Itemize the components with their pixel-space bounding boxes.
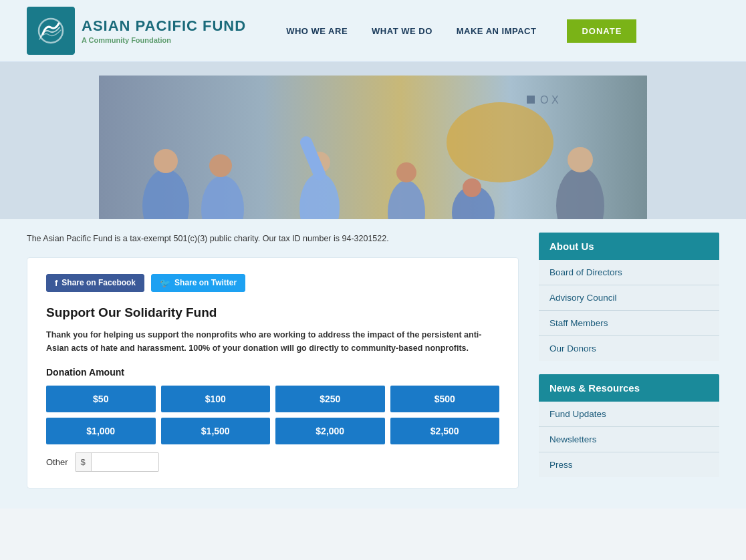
sidebar-item-press[interactable]: Press (539, 452, 719, 477)
donation-amount-label: Donation Amount (46, 367, 499, 378)
svg-point-9 (209, 154, 232, 177)
logo-title: ASIAN PACIFIC FUND (82, 17, 246, 34)
left-content: The Asian Pacific Fund is a tax-exempt 5… (27, 233, 519, 488)
amount-500[interactable]: $500 (390, 386, 500, 412)
share-twitter-label: Share on Twitter (174, 278, 237, 287)
donation-card: f Share on Facebook 🐦 Share on Twitter S… (27, 257, 519, 488)
svg-point-14 (396, 162, 416, 182)
logo[interactable]: ASIAN PACIFIC FUND A Community Foundatio… (27, 7, 246, 55)
hero-container: O X (0, 62, 746, 219)
fund-description: Thank you for helping us support the non… (46, 328, 499, 355)
share-facebook-button[interactable]: f Share on Facebook (46, 274, 144, 292)
amount-1000[interactable]: $1,000 (46, 418, 156, 444)
amount-250[interactable]: $250 (275, 386, 385, 412)
main-nav: WHO WE ARE WHAT WE DO MAKE AN IMPACT DON… (286, 19, 636, 43)
main-container: The Asian Pacific Fund is a tax-exempt 5… (0, 219, 746, 509)
social-buttons: f Share on Facebook 🐦 Share on Twitter (46, 274, 499, 292)
svg-point-7 (154, 149, 178, 173)
nav-what-we-do[interactable]: WHAT WE DO (372, 26, 432, 36)
sidebar-item-newsletters[interactable]: Newsletters (539, 427, 719, 452)
sidebar-item-fund-updates[interactable]: Fund Updates (539, 402, 719, 427)
other-amount-row: Other $ (46, 452, 499, 472)
other-label: Other (46, 457, 68, 467)
about-us-section: About Us Board of Directors Advisory Cou… (539, 233, 719, 361)
svg-point-18 (568, 147, 593, 172)
svg-rect-19 (527, 96, 535, 104)
amount-2000[interactable]: $2,000 (275, 418, 385, 444)
facebook-icon: f (55, 278, 57, 288)
share-facebook-label: Share on Facebook (61, 278, 136, 287)
donate-button[interactable]: DONATE (567, 19, 636, 43)
twitter-icon: 🐦 (160, 278, 170, 288)
site-header: ASIAN PACIFIC FUND A Community Foundatio… (0, 0, 746, 62)
share-twitter-button[interactable]: 🐦 Share on Twitter (151, 274, 245, 292)
nav-who-we-are[interactable]: WHO WE ARE (286, 26, 348, 36)
about-us-header: About Us (539, 233, 719, 260)
amount-1500[interactable]: $1,500 (161, 418, 271, 444)
fund-title: Support Our Solidarity Fund (46, 305, 499, 320)
amount-2500[interactable]: $2,500 (390, 418, 500, 444)
tax-info: The Asian Pacific Fund is a tax-exempt 5… (27, 233, 519, 245)
svg-point-4 (447, 102, 553, 182)
amount-100[interactable]: $100 (161, 386, 271, 412)
dollar-sign-icon: $ (76, 453, 92, 471)
amount-grid: $50 $100 $250 $500 $1,000 $1,500 $2,000 … (46, 386, 499, 444)
hero-image: O X (99, 76, 647, 219)
sidebar-item-board-of-directors[interactable]: Board of Directors (539, 260, 719, 285)
sidebar-item-our-donors[interactable]: Our Donors (539, 336, 719, 361)
sidebar-item-staff-members[interactable]: Staff Members (539, 311, 719, 336)
sidebar-item-advisory-council[interactable]: Advisory Council (539, 285, 719, 311)
logo-icon (27, 7, 75, 55)
other-input-wrapper: $ (75, 452, 159, 472)
other-amount-input[interactable] (92, 453, 158, 471)
svg-point-16 (463, 178, 481, 197)
right-sidebar: About Us Board of Directors Advisory Cou… (539, 233, 719, 488)
news-resources-header: News & Resources (539, 374, 719, 402)
svg-text:O X: O X (540, 94, 559, 106)
nav-make-an-impact[interactable]: MAKE AN IMPACT (457, 26, 537, 36)
logo-subtitle: A Community Foundation (82, 36, 246, 44)
news-resources-section: News & Resources Fund Updates Newsletter… (539, 374, 719, 477)
amount-50[interactable]: $50 (46, 386, 156, 412)
logo-text: ASIAN PACIFIC FUND A Community Foundatio… (82, 17, 246, 43)
